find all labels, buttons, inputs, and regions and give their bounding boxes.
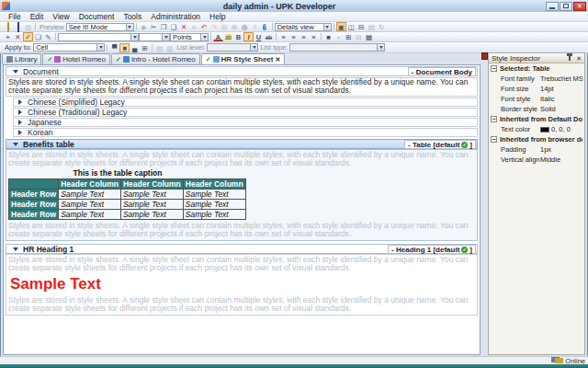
apply-check-icon[interactable]: ✓ [23, 32, 33, 41]
format-painter-icon[interactable]: ✎ [43, 32, 53, 41]
style-ref-table[interactable]: - Table [default ] [404, 140, 476, 149]
layout-single-icon[interactable]: ▣ [336, 22, 346, 31]
layout-horizontal-icon[interactable]: ◫ [346, 22, 356, 31]
valign-middle-icon[interactable]: ■ [119, 43, 130, 52]
collapse-box-icon[interactable] [491, 136, 497, 143]
undo-icon[interactable]: ↶ [199, 22, 209, 31]
chevron-down-icon[interactable] [250, 44, 257, 51]
collapse-box-icon[interactable] [491, 65, 497, 72]
collapse-all-icon[interactable]: ⊟ [220, 22, 230, 31]
section-chinese-simplified[interactable]: Chinese (Simplified) Legacy [13, 98, 478, 107]
merge-cells-icon[interactable]: ▤ [154, 43, 164, 52]
expand-arrow-icon[interactable] [18, 130, 22, 135]
help-icon[interactable]: ? [260, 22, 270, 31]
properties-icon[interactable]: ▤ [367, 22, 377, 31]
section-japanese[interactable]: Japanese [13, 118, 478, 127]
section-header-document[interactable]: Document - Document Body [6, 66, 478, 76]
menu-file[interactable]: File [4, 12, 26, 21]
style-ref-heading-1[interactable]: - Heading 1 [default ] [388, 245, 476, 254]
valign-bottom-icon[interactable]: ▄ [130, 43, 140, 52]
underline-icon[interactable]: U [254, 32, 264, 41]
chevron-down-icon[interactable] [377, 44, 384, 51]
menu-document[interactable]: Document [74, 12, 119, 21]
copy-icon[interactable]: ❐ [159, 22, 169, 31]
save-icon[interactable] [13, 22, 23, 31]
chevron-down-icon[interactable] [200, 34, 208, 40]
add-style-icon[interactable]: + [3, 32, 13, 41]
list-type-combo[interactable] [289, 43, 385, 52]
apply-to-combo[interactable]: Cell [33, 43, 105, 52]
chevron-down-icon[interactable] [126, 24, 133, 30]
delete-style-icon[interactable]: ✕ [13, 32, 23, 41]
play-mode-combo[interactable]: See It! Mode [66, 23, 134, 31]
chevron-down-icon[interactable] [130, 34, 138, 40]
align-justify-icon[interactable]: ≡ [309, 32, 319, 41]
tab-hr-style-sheet[interactable]: ✓ HR Style Sheet [201, 53, 286, 64]
sound-icon[interactable]: ▪ [334, 32, 344, 41]
close-button[interactable] [573, 2, 586, 11]
redo-icon[interactable]: ↷ [209, 22, 220, 31]
panel-handle-icon[interactable] [481, 52, 488, 60]
align-left-icon[interactable]: ≡ [278, 32, 288, 41]
inspector-group-inherited-browser[interactable]: Inherited from browser defaults [489, 134, 584, 144]
inspector-group-inherited-body[interactable]: Inherited from Default Document Body [489, 114, 584, 124]
expand-arrow-icon[interactable] [18, 109, 22, 115]
menu-help[interactable]: Help [205, 12, 230, 21]
new-page-icon[interactable]: ❏ [33, 32, 43, 41]
tab-hotel-romeo[interactable]: ✓ Hotel Romeo [42, 53, 110, 64]
expand-all-icon[interactable]: ⊞ [230, 22, 240, 31]
chevron-down-icon[interactable] [323, 24, 331, 30]
font-size-combo[interactable] [139, 33, 170, 41]
delete-icon[interactable]: ✕ [179, 22, 189, 31]
align-right-icon[interactable]: ≡ [299, 32, 309, 41]
link-icon[interactable]: ∞ [189, 22, 199, 31]
cut-icon[interactable]: ✂ [149, 22, 159, 31]
minimize-button[interactable] [546, 2, 559, 11]
collapse-arrow-icon[interactable] [13, 70, 18, 74]
refresh-icon[interactable]: ↻ [377, 22, 387, 31]
expand-arrow-icon[interactable] [18, 120, 22, 125]
menu-administration[interactable]: Administration [146, 12, 205, 21]
chevron-down-icon[interactable] [96, 44, 104, 51]
tab-library[interactable]: Library [2, 53, 41, 64]
layout-vertical-icon[interactable]: ⊟ [356, 22, 367, 31]
align-center-icon[interactable]: ≡ [288, 32, 299, 41]
inspector-group-selected[interactable]: Selected: Table [489, 63, 584, 74]
section-header-hr-heading-1[interactable]: HR Heading 1 - Heading 1 [default ] [6, 244, 478, 254]
list-level-combo[interactable] [207, 43, 258, 52]
all-borders-icon[interactable]: ▦ [364, 32, 374, 41]
section-header-benefits-table[interactable]: Benefits table - Table [default ] [6, 139, 478, 149]
menu-view[interactable]: View [48, 12, 74, 21]
valign-top-icon[interactable]: ▀ [109, 43, 119, 52]
close-tab-icon[interactable] [275, 55, 280, 63]
pin-icon[interactable] [569, 56, 571, 61]
spellcheck-icon[interactable]: ? [250, 22, 260, 31]
section-korean[interactable]: Korean [13, 128, 478, 137]
inside-borders-icon[interactable]: ⊟ [354, 32, 364, 41]
chevron-down-icon[interactable] [162, 34, 169, 40]
expand-arrow-icon[interactable] [18, 99, 22, 105]
strikethrough-icon[interactable]: ab [264, 32, 274, 41]
style-ref-document-body[interactable]: - Document Body [408, 67, 476, 76]
collapse-arrow-icon[interactable] [13, 247, 18, 251]
table-grid-icon[interactable]: ⊞ [140, 43, 150, 52]
close-panel-icon[interactable] [576, 54, 582, 63]
menu-edit[interactable]: Edit [26, 12, 49, 21]
highlight-icon[interactable]: ab [223, 32, 233, 41]
font-family-combo[interactable] [58, 33, 139, 41]
record-icon[interactable]: ◆ [139, 22, 149, 31]
paste-icon[interactable]: ❑ [169, 22, 179, 31]
font-color-icon[interactable]: A [213, 33, 223, 41]
size-units-combo[interactable]: Points [170, 33, 209, 41]
collapse-box-icon[interactable] [491, 116, 497, 122]
split-cells-icon[interactable]: ▥ [164, 43, 175, 52]
outside-borders-icon[interactable]: ⊞ [344, 32, 354, 41]
open-icon[interactable] [3, 22, 13, 31]
menu-tools[interactable]: Tools [119, 12, 146, 21]
bold-icon[interactable]: B [233, 32, 243, 41]
restore-button[interactable] [560, 2, 572, 11]
collapse-arrow-icon[interactable] [13, 143, 18, 146]
tab-intro-hotel-romeo[interactable]: ✓ Intro - Hotel Romeo [111, 53, 200, 64]
border-color-icon[interactable]: ■ [323, 32, 334, 41]
print-icon[interactable]: ▤ [23, 22, 33, 31]
